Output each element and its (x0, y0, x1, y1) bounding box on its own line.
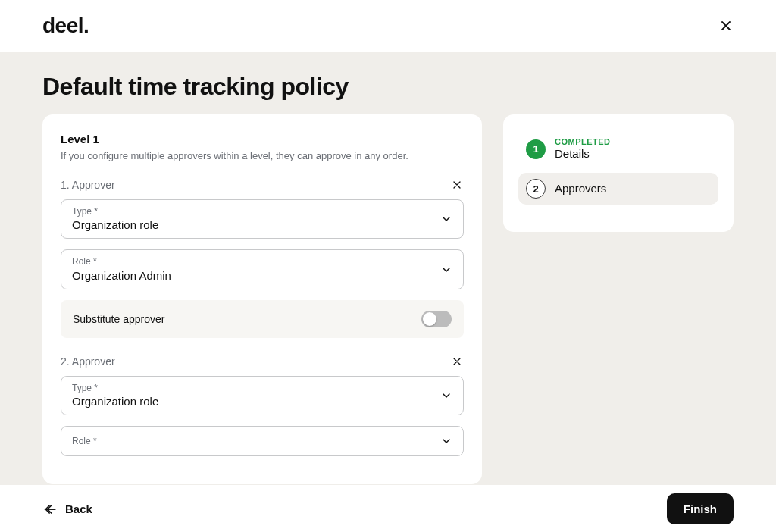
remove-approver-icon[interactable] (450, 355, 464, 368)
approver-role-select[interactable]: Role * Organization Admin (61, 249, 464, 289)
close-icon[interactable] (718, 18, 734, 33)
footer-bar: Back Finish (0, 485, 776, 532)
step-approvers[interactable]: 2 Approvers (518, 173, 718, 205)
approver-type-select[interactable]: Type * Organization role (61, 199, 464, 239)
approver-header: 2. Approver (61, 355, 464, 368)
approver-header: 1. Approver (61, 178, 464, 192)
level-help: If you configure multiple approvers with… (61, 150, 464, 161)
remove-approver-icon[interactable] (450, 178, 464, 192)
back-label: Back (65, 502, 92, 515)
field-value: Organization role (72, 395, 433, 408)
approver-role-select[interactable]: Role * (61, 426, 464, 456)
field-label: Type * (72, 383, 433, 393)
field-label: Type * (72, 206, 433, 217)
logo: deel. (42, 14, 89, 38)
substitute-approver-label: Substitute approver (73, 313, 164, 325)
page-title: Default time tracking policy (42, 73, 776, 101)
step-badge-number: 2 (526, 179, 546, 199)
field-label: Role * (72, 436, 433, 446)
chevron-down-icon (440, 435, 452, 447)
field-label: Role * (72, 256, 433, 267)
field-value: Organization role (72, 218, 433, 232)
level-title: Level 1 (61, 133, 464, 146)
finish-button[interactable]: Finish (667, 493, 734, 524)
toggle-knob (423, 312, 436, 326)
step-status: COMPLETED (555, 137, 611, 147)
arrow-left-icon (42, 502, 58, 517)
chevron-down-icon (440, 264, 452, 276)
approver-label: 1. Approver (61, 179, 115, 191)
step-label: Approvers (555, 182, 606, 196)
chevron-down-icon (440, 213, 452, 225)
step-label: Details (555, 147, 611, 161)
step-badge-done: 1 (526, 139, 546, 159)
substitute-approver-toggle[interactable] (421, 311, 452, 327)
approver-label: 2. Approver (61, 355, 115, 368)
approver-type-select[interactable]: Type * Organization role (61, 376, 464, 415)
step-details[interactable]: 1 COMPLETED Details (518, 131, 718, 167)
chevron-down-icon (440, 390, 452, 402)
substitute-approver-row: Substitute approver (61, 300, 464, 338)
steps-card: 1 COMPLETED Details 2 Approvers (503, 114, 734, 232)
top-bar: deel. (0, 0, 776, 52)
approvers-card: Level 1 If you configure multiple approv… (42, 114, 482, 484)
field-value: Organization Admin (72, 269, 433, 283)
back-button[interactable]: Back (42, 502, 92, 517)
